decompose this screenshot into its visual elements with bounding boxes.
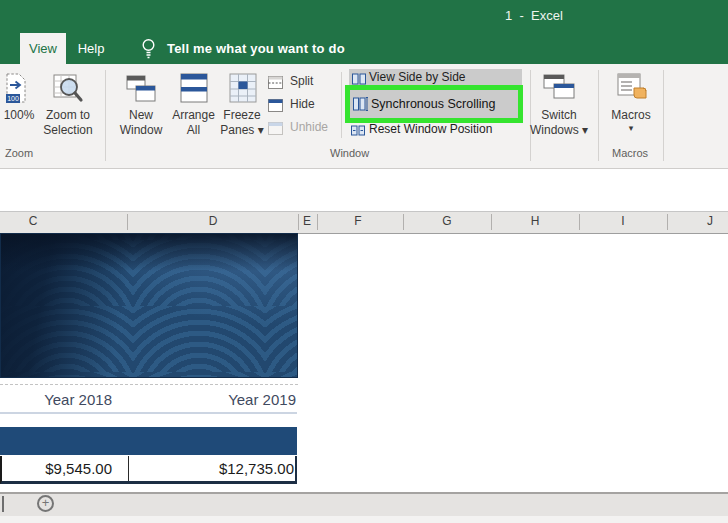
cell-value-2019[interactable]: $12,735.00 [130,456,294,481]
zoom-100-label[interactable]: 100% [0,108,38,122]
tab-bar-divider [2,496,4,512]
macros-icon [616,88,648,105]
column-header-j[interactable]: J [695,214,725,228]
freeze-panes-label-2[interactable]: Panes ▾ [216,123,268,137]
switch-windows-icon [542,88,576,105]
synchronous-scrolling-label: Synchronous Scrolling [371,90,495,118]
column-divider [298,214,299,230]
cell-year-2018[interactable]: Year 2018 [0,390,112,410]
arrange-all-icon [179,90,209,107]
tab-view[interactable]: View [20,33,66,64]
sheet-tab-bar [0,492,728,516]
new-window-label-2[interactable]: Window [116,123,166,137]
group-separator [663,70,664,161]
new-window-label-1[interactable]: New [116,108,166,122]
split-button[interactable]: Split [290,72,313,90]
reset-window-position-button[interactable]: Reset Window Position [350,122,520,137]
column-header-f[interactable]: F [343,214,373,228]
new-sheet-button[interactable]: + [37,495,54,512]
tell-me-box[interactable]: Tell me what you want to do [167,33,345,64]
switch-windows-button[interactable] [542,72,576,106]
reset-window-position-icon [351,123,365,141]
zoom-to-selection-icon [52,92,84,109]
column-divider [403,214,404,230]
window-group-label: Window [330,147,369,159]
column-divider [491,214,492,230]
column-header-d[interactable]: D [198,214,228,228]
zoom-100-button[interactable]: 100 [3,72,31,110]
table-values-row: $9,545.00 $12,735.00 [0,456,297,484]
synchronous-scrolling-icon [353,97,368,115]
new-window-button[interactable] [125,72,157,108]
arrange-all-button[interactable] [179,72,209,108]
freeze-panes-label-1[interactable]: Freeze [216,108,268,122]
arrange-all-label-2[interactable]: All [166,123,221,137]
view-side-by-side-button[interactable]: View Side by Side [349,69,522,85]
unhide-icon [268,121,283,139]
column-header-h[interactable]: H [520,214,550,228]
macros-label[interactable]: Macros [606,108,656,122]
green-highlight-box: Synchronous Scrolling [345,85,523,123]
lightbulb-icon [140,38,157,64]
group-separator [105,70,106,161]
switch-windows-label-2[interactable]: Windows ▾ [526,123,592,137]
synchronous-scrolling-button[interactable]: Synchronous Scrolling [350,90,518,118]
group-separator [598,70,599,161]
column-divider [127,214,128,230]
table-banner-row[interactable] [0,427,297,455]
view-side-by-side-label: View Side by Side [369,69,466,85]
row-divider-dashed [0,384,298,385]
embedded-picture[interactable] [0,233,298,378]
cell-value-2018[interactable]: $9,545.00 [2,456,112,481]
column-header-i[interactable]: I [608,214,638,228]
zoom-100-icon: 100 [3,92,31,109]
column-divider [579,214,580,230]
reset-window-position-label: Reset Window Position [369,122,492,137]
macros-group-label: Macros [612,147,648,159]
macros-button[interactable] [616,72,648,106]
arrange-all-label-1[interactable]: Arrange [166,108,221,122]
macros-caret[interactable]: ▾ [606,121,656,135]
column-header-c[interactable]: C [18,214,48,228]
cell-year-2019[interactable]: Year 2019 [130,390,296,410]
split-icon [268,75,283,93]
unhide-button[interactable]: Unhide [290,118,328,136]
tab-help[interactable]: Help [70,33,112,64]
hide-button[interactable]: Hide [290,95,315,113]
table-header-underline [0,412,297,414]
column-divider [317,214,318,230]
zoom-to-selection-label-2[interactable]: Selection [38,123,98,137]
cell-border [128,456,129,481]
column-header-bar: C D E F G H I J [0,211,728,234]
excel-window: 1 - Excel View Help Tell me what you wan… [0,0,728,523]
group-separator [341,72,342,138]
column-header-g[interactable]: G [432,214,462,228]
zoom-to-selection-button[interactable] [52,72,84,110]
window-title: 1 - Excel [505,8,635,23]
zoom-group-label: Zoom [5,147,33,159]
freeze-panes-button[interactable] [228,72,258,108]
new-window-icon [125,90,157,107]
column-divider [667,214,668,230]
zoom-to-selection-label-1[interactable]: Zoom to [38,108,98,122]
switch-windows-label-1[interactable]: Switch [530,108,588,122]
freeze-panes-icon [228,90,258,107]
hide-icon [268,98,283,116]
title-bar: 1 - Excel [0,0,728,33]
horizontal-scrollbar-area[interactable] [0,516,728,523]
svg-text:100: 100 [7,95,19,102]
